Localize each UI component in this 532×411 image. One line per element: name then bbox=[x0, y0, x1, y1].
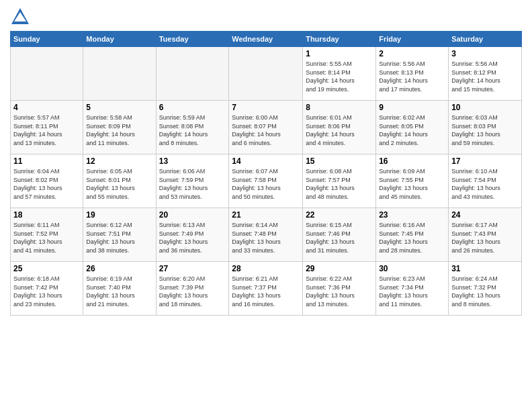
calendar-cell: 15Sunrise: 6:08 AMSunset: 7:57 PMDayligh… bbox=[303, 154, 376, 208]
day-info: Sunrise: 5:57 AMSunset: 8:11 PMDaylight:… bbox=[13, 113, 80, 147]
day-number: 29 bbox=[306, 264, 373, 273]
day-number: 26 bbox=[86, 264, 152, 273]
day-number: 6 bbox=[159, 103, 226, 112]
calendar-cell: 30Sunrise: 6:23 AMSunset: 7:34 PMDayligh… bbox=[376, 262, 449, 316]
day-info: Sunrise: 5:56 AMSunset: 8:13 PMDaylight:… bbox=[379, 60, 445, 93]
day-number: 31 bbox=[451, 264, 519, 273]
header-cell-tuesday: Tuesday bbox=[156, 32, 229, 47]
calendar-cell: 8Sunrise: 6:01 AMSunset: 8:06 PMDaylight… bbox=[303, 101, 376, 154]
day-info: Sunrise: 6:03 AMSunset: 8:03 PMDaylight:… bbox=[451, 113, 519, 147]
day-info: Sunrise: 6:01 AMSunset: 8:06 PMDaylight:… bbox=[306, 113, 373, 147]
day-number: 14 bbox=[232, 156, 300, 166]
calendar-cell: 18Sunrise: 6:11 AMSunset: 7:52 PMDayligh… bbox=[11, 208, 83, 262]
day-info: Sunrise: 6:07 AMSunset: 7:58 PMDaylight:… bbox=[232, 167, 300, 201]
header-cell-friday: Friday bbox=[376, 32, 449, 47]
header-cell-thursday: Thursday bbox=[303, 32, 376, 47]
header-cell-wednesday: Wednesday bbox=[229, 32, 303, 47]
day-number: 11 bbox=[13, 156, 80, 166]
day-number: 18 bbox=[13, 210, 80, 220]
day-info: Sunrise: 6:22 AMSunset: 7:36 PMDaylight:… bbox=[306, 275, 373, 308]
day-info: Sunrise: 6:08 AMSunset: 7:57 PMDaylight:… bbox=[306, 167, 373, 201]
calendar-cell bbox=[83, 47, 156, 101]
day-number: 3 bbox=[451, 49, 519, 58]
week-row-5: 25Sunrise: 6:18 AMSunset: 7:42 PMDayligh… bbox=[11, 262, 522, 316]
calendar-body: 1Sunrise: 5:55 AMSunset: 8:14 PMDaylight… bbox=[11, 47, 522, 316]
day-info: Sunrise: 6:04 AMSunset: 8:02 PMDaylight:… bbox=[13, 167, 80, 201]
header-cell-sunday: Sunday bbox=[11, 32, 83, 47]
calendar-cell: 5Sunrise: 5:58 AMSunset: 8:09 PMDaylight… bbox=[83, 101, 156, 154]
day-number: 24 bbox=[451, 210, 519, 220]
header-cell-saturday: Saturday bbox=[449, 32, 522, 47]
week-row-2: 4Sunrise: 5:57 AMSunset: 8:11 PMDaylight… bbox=[11, 101, 522, 154]
header-row: SundayMondayTuesdayWednesdayThursdayFrid… bbox=[11, 32, 522, 47]
day-info: Sunrise: 6:16 AMSunset: 7:45 PMDaylight:… bbox=[379, 221, 445, 255]
day-number: 8 bbox=[306, 103, 373, 112]
day-info: Sunrise: 6:15 AMSunset: 7:46 PMDaylight:… bbox=[306, 221, 373, 255]
calendar-cell bbox=[229, 47, 303, 101]
day-number: 20 bbox=[159, 210, 226, 220]
day-info: Sunrise: 6:13 AMSunset: 7:49 PMDaylight:… bbox=[159, 221, 226, 255]
day-info: Sunrise: 6:09 AMSunset: 7:55 PMDaylight:… bbox=[379, 167, 445, 201]
logo-icon bbox=[10, 7, 30, 27]
calendar-cell: 14Sunrise: 6:07 AMSunset: 7:58 PMDayligh… bbox=[229, 154, 303, 208]
day-info: Sunrise: 6:05 AMSunset: 8:01 PMDaylight:… bbox=[86, 167, 152, 201]
calendar-cell: 21Sunrise: 6:14 AMSunset: 7:48 PMDayligh… bbox=[229, 208, 303, 262]
day-number: 2 bbox=[379, 49, 445, 58]
day-info: Sunrise: 6:06 AMSunset: 7:59 PMDaylight:… bbox=[159, 167, 226, 201]
calendar-cell: 1Sunrise: 5:55 AMSunset: 8:14 PMDaylight… bbox=[303, 47, 376, 101]
calendar-cell: 19Sunrise: 6:12 AMSunset: 7:51 PMDayligh… bbox=[83, 208, 156, 262]
calendar-cell bbox=[11, 47, 83, 101]
day-number: 5 bbox=[86, 103, 152, 112]
day-number: 21 bbox=[232, 210, 300, 220]
week-row-1: 1Sunrise: 5:55 AMSunset: 8:14 PMDaylight… bbox=[11, 47, 522, 101]
day-number: 12 bbox=[86, 156, 152, 166]
day-number: 9 bbox=[379, 103, 445, 112]
calendar-cell: 16Sunrise: 6:09 AMSunset: 7:55 PMDayligh… bbox=[376, 154, 449, 208]
calendar-header: SundayMondayTuesdayWednesdayThursdayFrid… bbox=[11, 32, 522, 47]
day-number: 22 bbox=[306, 210, 373, 220]
day-number: 23 bbox=[379, 210, 445, 220]
day-info: Sunrise: 6:12 AMSunset: 7:51 PMDaylight:… bbox=[86, 221, 152, 255]
calendar-cell bbox=[156, 47, 229, 101]
day-info: Sunrise: 6:17 AMSunset: 7:43 PMDaylight:… bbox=[451, 221, 519, 255]
day-info: Sunrise: 6:23 AMSunset: 7:34 PMDaylight:… bbox=[379, 275, 445, 308]
calendar-cell: 4Sunrise: 5:57 AMSunset: 8:11 PMDaylight… bbox=[11, 101, 83, 154]
day-number: 15 bbox=[306, 156, 373, 166]
calendar-cell: 6Sunrise: 5:59 AMSunset: 8:08 PMDaylight… bbox=[156, 101, 229, 154]
calendar-cell: 20Sunrise: 6:13 AMSunset: 7:49 PMDayligh… bbox=[156, 208, 229, 262]
header bbox=[10, 7, 522, 27]
day-info: Sunrise: 5:58 AMSunset: 8:09 PMDaylight:… bbox=[86, 113, 152, 147]
day-number: 4 bbox=[13, 103, 80, 112]
day-number: 25 bbox=[13, 264, 80, 273]
day-info: Sunrise: 5:56 AMSunset: 8:12 PMDaylight:… bbox=[451, 60, 519, 93]
week-row-3: 11Sunrise: 6:04 AMSunset: 8:02 PMDayligh… bbox=[11, 154, 522, 208]
day-info: Sunrise: 6:14 AMSunset: 7:48 PMDaylight:… bbox=[232, 221, 300, 255]
day-info: Sunrise: 6:18 AMSunset: 7:42 PMDaylight:… bbox=[13, 275, 80, 308]
calendar: SundayMondayTuesdayWednesdayThursdayFrid… bbox=[10, 31, 522, 316]
calendar-cell: 27Sunrise: 6:20 AMSunset: 7:39 PMDayligh… bbox=[156, 262, 229, 316]
calendar-cell: 28Sunrise: 6:21 AMSunset: 7:37 PMDayligh… bbox=[229, 262, 303, 316]
calendar-cell: 24Sunrise: 6:17 AMSunset: 7:43 PMDayligh… bbox=[449, 208, 522, 262]
day-info: Sunrise: 6:20 AMSunset: 7:39 PMDaylight:… bbox=[159, 275, 226, 308]
header-cell-monday: Monday bbox=[83, 32, 156, 47]
day-number: 1 bbox=[306, 49, 373, 58]
page: SundayMondayTuesdayWednesdayThursdayFrid… bbox=[0, 0, 532, 411]
calendar-cell: 3Sunrise: 5:56 AMSunset: 8:12 PMDaylight… bbox=[449, 47, 522, 101]
calendar-cell: 29Sunrise: 6:22 AMSunset: 7:36 PMDayligh… bbox=[303, 262, 376, 316]
day-info: Sunrise: 5:55 AMSunset: 8:14 PMDaylight:… bbox=[306, 60, 373, 93]
day-number: 17 bbox=[451, 156, 519, 166]
calendar-cell: 12Sunrise: 6:05 AMSunset: 8:01 PMDayligh… bbox=[83, 154, 156, 208]
logo bbox=[10, 7, 33, 27]
day-number: 28 bbox=[232, 264, 300, 273]
calendar-cell: 25Sunrise: 6:18 AMSunset: 7:42 PMDayligh… bbox=[11, 262, 83, 316]
day-info: Sunrise: 6:10 AMSunset: 7:54 PMDaylight:… bbox=[451, 167, 519, 201]
calendar-cell: 13Sunrise: 6:06 AMSunset: 7:59 PMDayligh… bbox=[156, 154, 229, 208]
day-number: 27 bbox=[159, 264, 226, 273]
calendar-cell: 10Sunrise: 6:03 AMSunset: 8:03 PMDayligh… bbox=[449, 101, 522, 154]
calendar-cell: 31Sunrise: 6:24 AMSunset: 7:32 PMDayligh… bbox=[449, 262, 522, 316]
calendar-cell: 11Sunrise: 6:04 AMSunset: 8:02 PMDayligh… bbox=[11, 154, 83, 208]
day-info: Sunrise: 6:11 AMSunset: 7:52 PMDaylight:… bbox=[13, 221, 80, 255]
day-info: Sunrise: 5:59 AMSunset: 8:08 PMDaylight:… bbox=[159, 113, 226, 147]
day-info: Sunrise: 6:24 AMSunset: 7:32 PMDaylight:… bbox=[451, 275, 519, 308]
week-row-4: 18Sunrise: 6:11 AMSunset: 7:52 PMDayligh… bbox=[11, 208, 522, 262]
